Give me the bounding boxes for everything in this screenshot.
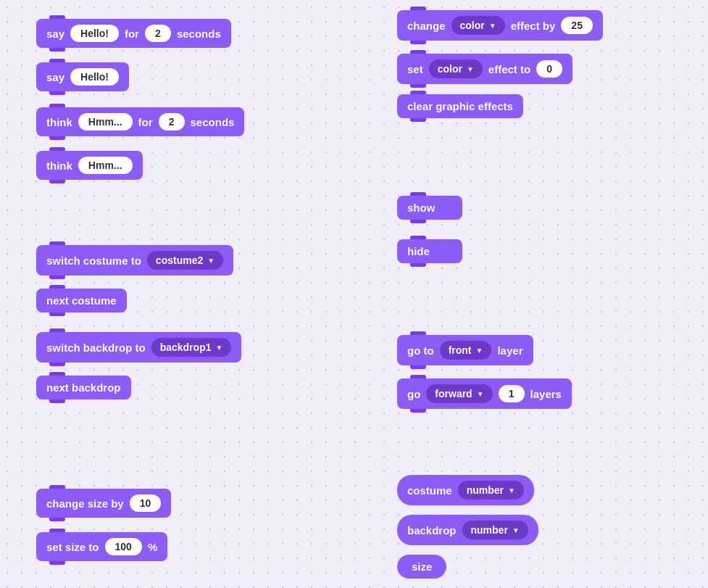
- say-seconds-number-1[interactable]: 2: [145, 25, 171, 42]
- think-label-2: think: [46, 160, 72, 172]
- costume-number-arrow: ▼: [508, 486, 515, 494]
- clear-graphic-effects-block[interactable]: clear graphic effects: [397, 94, 523, 118]
- say-hello-input-1[interactable]: Hello!: [70, 25, 119, 42]
- say-hello-input-2[interactable]: Hello!: [70, 68, 119, 86]
- change-effect-block[interactable]: change color ▼ effect by 25: [397, 10, 603, 41]
- say-hello-for-seconds-block[interactable]: say Hello! for 2 seconds: [36, 19, 231, 48]
- backdrop-number-reporter[interactable]: backdrop number ▼: [397, 515, 538, 545]
- think-hmm-input-2[interactable]: Hmm...: [78, 157, 133, 174]
- layers-label: layers: [530, 388, 562, 400]
- switch-costume-label: switch costume to: [46, 254, 141, 267]
- set-size-label: set size to: [46, 541, 99, 553]
- size-reporter-label: size: [412, 560, 432, 573]
- think-hmm-input-1[interactable]: Hmm...: [78, 113, 133, 131]
- set-label: set: [407, 63, 423, 75]
- clear-effects-label: clear graphic effects: [407, 100, 513, 112]
- next-backdrop-label: next backdrop: [46, 381, 121, 394]
- change-size-number[interactable]: 10: [130, 494, 162, 512]
- go-to-front-block[interactable]: go to front ▼ layer: [397, 335, 533, 365]
- go-forward-layers-block[interactable]: go forward ▼ 1 layers: [397, 378, 572, 409]
- think-hmm-block[interactable]: think Hmm...: [36, 151, 143, 180]
- costume-dropdown-arrow: ▼: [207, 257, 215, 265]
- percent-label: %: [148, 541, 157, 553]
- show-label: show: [407, 202, 435, 214]
- effect-dropdown-arrow-2: ▼: [467, 65, 474, 73]
- set-effect-block[interactable]: set color ▼ effect to 0: [397, 54, 572, 84]
- switch-backdrop-block[interactable]: switch backdrop to backdrop1 ▼: [36, 332, 241, 363]
- think-label-1: think: [46, 116, 72, 128]
- front-dropdown-arrow: ▼: [476, 347, 483, 355]
- change-size-label: change size by: [46, 497, 124, 510]
- for-label-1: for: [125, 28, 139, 40]
- effect-type-dropdown-1[interactable]: color ▼: [451, 16, 505, 35]
- next-costume-label: next costume: [46, 294, 117, 307]
- show-block[interactable]: show: [397, 196, 462, 220]
- size-reporter[interactable]: size: [397, 555, 446, 579]
- backdrop-dropdown[interactable]: backdrop1 ▼: [151, 338, 232, 357]
- change-size-block[interactable]: change size by 10: [36, 489, 171, 518]
- hide-label: hide: [407, 245, 430, 257]
- costume-reporter-label: costume: [407, 484, 452, 497]
- say-label-1: say: [46, 28, 64, 40]
- effect-to-label: effect to: [488, 63, 530, 75]
- say-hello-block[interactable]: say Hello!: [36, 62, 129, 91]
- think-for-label: for: [138, 116, 153, 128]
- set-size-number[interactable]: 100: [105, 538, 142, 555]
- backdrop-number-arrow: ▼: [512, 526, 520, 534]
- think-seconds-number[interactable]: 2: [159, 113, 185, 131]
- go-to-label: go to: [407, 344, 434, 357]
- effect-number-2[interactable]: 0: [536, 60, 562, 78]
- effect-dropdown-arrow-1: ▼: [489, 22, 496, 30]
- go-label: go: [407, 388, 420, 400]
- costume-number-dropdown[interactable]: number ▼: [458, 481, 524, 500]
- set-size-block[interactable]: set size to 100 %: [36, 532, 167, 561]
- costume-dropdown[interactable]: costume2 ▼: [147, 251, 223, 270]
- backdrop-dropdown-arrow: ▼: [216, 344, 223, 352]
- think-hmm-for-seconds-block[interactable]: think Hmm... for 2 seconds: [36, 107, 244, 136]
- hide-block[interactable]: hide: [397, 239, 462, 263]
- forward-backward-dropdown[interactable]: forward ▼: [426, 384, 492, 403]
- switch-costume-block[interactable]: switch costume to costume2 ▼: [36, 245, 233, 276]
- next-costume-block[interactable]: next costume: [36, 289, 127, 312]
- costume-number-reporter[interactable]: costume number ▼: [397, 475, 534, 505]
- next-backdrop-block[interactable]: next backdrop: [36, 376, 131, 399]
- seconds-label-1: seconds: [177, 28, 221, 40]
- layers-number[interactable]: 1: [499, 385, 525, 402]
- forward-dropdown-arrow: ▼: [477, 390, 484, 398]
- switch-backdrop-label: switch backdrop to: [46, 341, 146, 354]
- effect-type-dropdown-2[interactable]: color ▼: [429, 59, 483, 78]
- change-label: change: [407, 20, 446, 32]
- layer-label: layer: [497, 344, 522, 357]
- say-label-2: say: [46, 71, 64, 83]
- effect-number-1[interactable]: 25: [561, 17, 593, 34]
- blocks-area: say Hello! for 2 seconds say Hello! thin…: [0, 0, 708, 588]
- think-seconds-label: seconds: [191, 116, 235, 128]
- backdrop-reporter-label: backdrop: [407, 524, 457, 537]
- effect-by-label: effect by: [511, 20, 556, 32]
- layer-position-dropdown[interactable]: front ▼: [440, 341, 492, 360]
- backdrop-number-dropdown[interactable]: number ▼: [462, 521, 528, 539]
